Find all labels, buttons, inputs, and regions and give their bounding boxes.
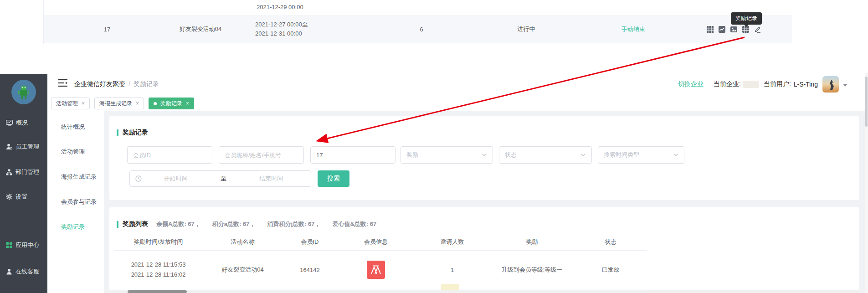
- tab-reward-records[interactable]: 奖励记录 ×: [149, 98, 194, 109]
- period-line2: 2021-12-31 00:00: [255, 29, 302, 38]
- close-icon[interactable]: ×: [186, 100, 189, 107]
- breadcrumb-root[interactable]: 企业微信好友聚变: [74, 80, 125, 87]
- title-accent-bar: [117, 221, 118, 228]
- vertical-scrollbar-thumb[interactable]: [865, 77, 868, 127]
- title-accent-bar: [117, 129, 118, 136]
- search-button[interactable]: 搜索: [318, 170, 349, 187]
- member-info-input[interactable]: [219, 146, 304, 164]
- breadcrumb: 企业微信好友聚变/奖励记录: [74, 80, 159, 88]
- sidebar-item-label: 在线客服: [15, 267, 39, 276]
- member-info-cell: [337, 251, 415, 289]
- current-user-label: 当前用户:: [764, 80, 791, 88]
- col-header: 邀请人数: [415, 234, 490, 250]
- chevron-down-icon: [580, 153, 586, 157]
- reward-stats: 余额A总数: 67， 积分a总数: 67， 消费积分j总数: 67， 爱心值&总…: [156, 220, 376, 228]
- trend-chart-icon[interactable]: [719, 26, 725, 33]
- robot-avatar-icon: [17, 84, 31, 100]
- workspace-avatar[interactable]: [11, 80, 36, 104]
- menu-item-activity-management[interactable]: 活动管理: [61, 148, 85, 157]
- horizontal-scrollbar-thumb[interactable]: [128, 290, 187, 293]
- sidebar-item-settings[interactable]: 设置: [6, 192, 27, 202]
- activity-status-cell: 进行中: [503, 15, 549, 43]
- active-tab-dot: [154, 102, 157, 105]
- stat-balance-a: 余额A总数: 67，: [156, 220, 200, 228]
- header-right: 切换企业 当前企业: 当前用户: L-S-Ting: [678, 77, 847, 91]
- screen: 2021-12-29 00:00 17 好友裂变活动04 2021-12-27 …: [0, 0, 868, 293]
- member-avatar-logo-icon: [370, 265, 381, 274]
- vertical-scrollbar[interactable]: [865, 73, 868, 293]
- next-row-avatar-partial: [441, 284, 459, 290]
- list-panel-title: 奖励列表: [117, 220, 148, 228]
- chevron-down-icon: [482, 153, 487, 157]
- reward-cell: 升级到会员等级:等级一: [490, 251, 574, 289]
- tab-activity-management[interactable]: 活动管理 ×: [51, 98, 90, 109]
- current-user-name: L-S-Ting: [794, 81, 818, 88]
- col-header: 活动名称: [203, 234, 282, 250]
- sidebar-item-overview[interactable]: 概况: [6, 118, 28, 128]
- title-text: 奖励记录: [123, 129, 148, 137]
- reward-table-row: 2021-12-28 11:15:53 2021-12-28 11:16:02 …: [114, 251, 647, 289]
- menu-item-reward-records[interactable]: 奖励记录: [61, 223, 85, 232]
- stat-consume-points: 消费积分j总数: 67，: [267, 220, 320, 228]
- activity-name-cell: 好友裂变活动04: [162, 15, 239, 43]
- switch-company-link[interactable]: 切换企业: [678, 80, 704, 88]
- top-activity-table: 2021-12-29 00:00 17 好友裂变活动04 2021-12-27 …: [0, 0, 868, 51]
- close-icon[interactable]: ×: [136, 100, 139, 107]
- member-id-input[interactable]: [127, 146, 212, 164]
- staff-icon: [6, 144, 12, 150]
- tab-label: 奖励记录: [160, 100, 182, 108]
- close-icon[interactable]: ×: [82, 100, 85, 107]
- time-type-select[interactable]: 搜索时间类型: [598, 146, 684, 164]
- sidebar-item-department[interactable]: 部门管理: [6, 167, 39, 177]
- app-center-icon: [6, 242, 12, 248]
- manual-end-link[interactable]: 手动结束: [611, 15, 656, 43]
- edit-icon[interactable]: [754, 26, 761, 33]
- member-avatar[interactable]: [367, 261, 385, 279]
- col-header: 会员信息: [337, 234, 415, 250]
- sidebar-item-label: 员工管理: [15, 143, 39, 151]
- menu-item-stats-overview[interactable]: 统计概况: [61, 123, 85, 132]
- reward-table-header: 奖励时间/发放时间 活动名称 会员ID 会员信息 邀请人数 奖励 状态: [114, 234, 647, 251]
- department-icon: [6, 169, 12, 175]
- module-menu: 统计概况 活动管理 海报生成记录 会员参与记录 奖励记录: [47, 111, 104, 293]
- col-header: 状态: [574, 234, 647, 250]
- user-avatar[interactable]: [822, 76, 839, 93]
- company-name-redacted: [743, 81, 759, 88]
- grid-icon[interactable]: [707, 26, 714, 33]
- search-panel-title: 奖励记录: [117, 129, 148, 137]
- reward-select[interactable]: 奖励: [401, 146, 493, 164]
- image-icon[interactable]: [730, 26, 737, 33]
- online-service-icon: [6, 268, 12, 275]
- period-line1: 2021-12-27 00:00至: [255, 20, 308, 29]
- collapse-menu-icon[interactable]: [58, 78, 68, 87]
- tab-poster-records[interactable]: 海报生成记录 ×: [94, 98, 144, 109]
- sidebar-item-app-center[interactable]: 应用中心: [6, 240, 39, 250]
- col-header: 奖励: [490, 234, 574, 250]
- user-menu-caret-icon[interactable]: [843, 84, 847, 87]
- sidebar-item-label: 概况: [16, 119, 28, 127]
- reward-time-cell: 2021-12-28 11:15:53 2021-12-28 11:16:02: [114, 251, 203, 289]
- overview-icon: [6, 120, 13, 126]
- reward-table: 奖励时间/发放时间 活动名称 会员ID 会员信息 邀请人数 奖励 状态 2021…: [114, 234, 647, 289]
- sidebar-item-online-service[interactable]: 在线客服: [6, 267, 39, 277]
- sidebar-item-staff[interactable]: 员工管理: [6, 142, 39, 152]
- grant-time: 2021-12-28 11:16:02: [131, 270, 186, 280]
- breadcrumb-separator: /: [128, 80, 130, 87]
- activity-period-cell: 2021-12-27 00:00至 2021-12-31 00:00: [255, 15, 342, 43]
- current-company-label: 当前企业:: [714, 80, 741, 88]
- start-time-placeholder[interactable]: 开始时间: [142, 175, 210, 183]
- activity-table-row: 17 好友裂变活动04 2021-12-27 00:00至 2021-12-31…: [44, 15, 792, 43]
- menu-item-poster-records[interactable]: 海报生成记录: [61, 173, 97, 182]
- activity-id-input[interactable]: [310, 146, 395, 164]
- horizontal-scrollbar[interactable]: [104, 290, 860, 293]
- menu-item-member-participation[interactable]: 会员参与记录: [61, 198, 97, 207]
- invite-count-cell: 1: [415, 251, 490, 289]
- status-select[interactable]: 状态: [499, 146, 592, 164]
- reward-list-panel: 奖励列表 余额A总数: 67， 积分a总数: 67， 消费积分j总数: 67， …: [109, 207, 859, 291]
- end-time-placeholder[interactable]: 结束时间: [237, 175, 305, 183]
- title-text: 奖励列表: [123, 220, 148, 228]
- reward-record-tooltip: 奖励记录: [731, 12, 762, 25]
- sidebar-item-label: 部门管理: [15, 168, 39, 176]
- date-range-picker[interactable]: 开始时间 至 结束时间: [129, 170, 311, 187]
- range-separator: 至: [210, 175, 237, 183]
